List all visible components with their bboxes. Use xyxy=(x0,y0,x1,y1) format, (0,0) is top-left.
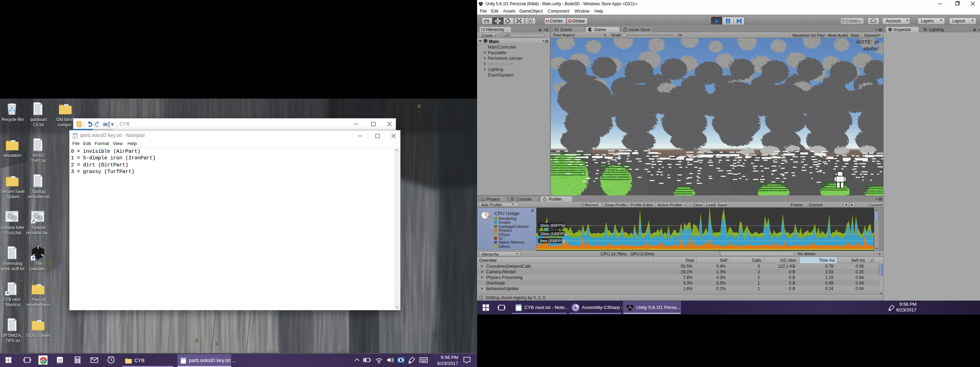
svg-text:16ms (60FPS): 16ms (60FPS) xyxy=(540,223,565,228)
svg-text:Aa: Aa xyxy=(58,358,62,361)
svg-text:10ms (100FPS): 10ms (100FPS) xyxy=(540,232,567,236)
svg-text:5ms (200FPS): 5ms (200FPS) xyxy=(540,239,565,243)
